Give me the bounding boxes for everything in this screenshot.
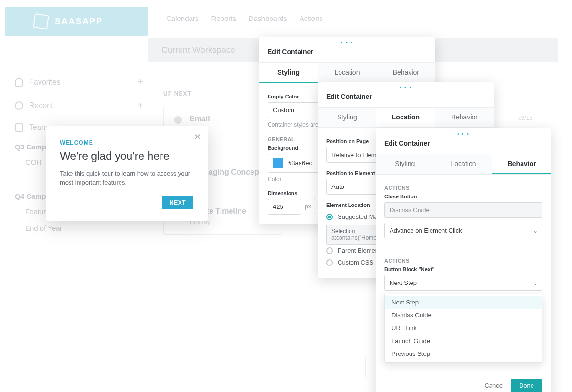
logo-text: SAASAPP xyxy=(55,17,103,27)
sidebar-recent[interactable]: Recent + xyxy=(15,94,143,117)
radio-label: Parent Element xyxy=(338,247,381,254)
button-block-label: Button Block "Next" xyxy=(384,266,542,272)
sidebar-favorites[interactable]: Favorites + xyxy=(15,70,143,94)
radio-icon xyxy=(326,259,333,266)
dropdown-item[interactable]: Next Step xyxy=(385,296,542,309)
background-value: #3aa6ec xyxy=(288,159,312,167)
nav-reports[interactable]: Reports xyxy=(211,14,236,22)
drag-handle-icon[interactable]: • • • xyxy=(318,82,494,91)
radio-icon xyxy=(326,214,333,220)
sidebar-team-label: Team xyxy=(29,123,48,132)
plus-icon[interactable]: + xyxy=(138,100,143,111)
card-date: 06/15 xyxy=(518,115,532,121)
nav-actions[interactable]: Actions xyxy=(300,14,323,22)
dropdown-item[interactable]: Previous Step xyxy=(385,347,542,360)
team-icon xyxy=(15,123,23,132)
welcome-body: Take this quick tour to learn how to acc… xyxy=(60,169,193,187)
clock-icon xyxy=(15,101,23,110)
edit-container-panel-behavior: • • • Edit Container Styling Location Be… xyxy=(376,128,551,392)
section-actions: ACTIONS xyxy=(384,258,542,264)
close-button-label: Close Button xyxy=(384,194,542,199)
tab-styling[interactable]: Styling xyxy=(376,154,434,174)
section-actions: ACTIONS xyxy=(384,185,542,191)
sidebar-recent-label: Recent xyxy=(29,101,53,110)
panel-title: Edit Container xyxy=(318,91,494,107)
width-input[interactable] xyxy=(268,199,301,215)
close-button-value[interactable] xyxy=(384,202,542,218)
status-dot-icon xyxy=(174,116,182,124)
sidebar-favorites-label: Favorites xyxy=(29,78,60,87)
tab-styling[interactable]: Styling xyxy=(318,108,376,127)
done-button[interactable]: Done xyxy=(511,379,542,392)
panel-title: Edit Container xyxy=(259,46,435,62)
heart-icon xyxy=(15,78,23,87)
radio-icon xyxy=(326,247,333,254)
drag-handle-icon[interactable]: • • • xyxy=(376,128,551,137)
next-button[interactable]: NEXT xyxy=(162,196,193,209)
tab-styling[interactable]: Styling xyxy=(259,63,318,83)
tab-location[interactable]: Location xyxy=(434,154,493,174)
tab-behavior[interactable]: Behavior xyxy=(377,63,435,83)
tab-location[interactable]: Location xyxy=(318,63,376,83)
welcome-eyebrow: WELCOME xyxy=(60,139,193,146)
dropdown-item[interactable]: Dismiss Guide xyxy=(385,309,542,322)
dropdown-item[interactable]: Launch Guide xyxy=(385,334,542,347)
logo-bar: SAASAPP xyxy=(5,7,148,36)
logo-icon xyxy=(33,13,49,29)
advance-select[interactable] xyxy=(384,223,542,238)
nav-calendars[interactable]: Calendars xyxy=(166,14,199,22)
workspace-label: Current Workspace xyxy=(161,45,235,55)
action-dropdown: Next Step Dismiss Guide URL Link Launch … xyxy=(384,294,542,363)
tab-location[interactable]: Location xyxy=(376,108,435,127)
dropdown-item[interactable]: URL Link xyxy=(385,322,542,334)
top-nav: Calendars Reports Dashboards Actions xyxy=(166,14,323,22)
radio-label: Custom CSS xyxy=(338,259,373,266)
welcome-tooltip: ✕ WELCOME We're glad you're here Take th… xyxy=(46,126,208,221)
plus-icon[interactable]: + xyxy=(138,77,143,88)
close-icon[interactable]: ✕ xyxy=(194,132,201,142)
tab-behavior[interactable]: Behavior xyxy=(435,108,494,127)
sidebar-item[interactable]: End of Year xyxy=(15,220,143,236)
cancel-button[interactable]: Cancel xyxy=(484,382,503,389)
tab-behavior[interactable]: Behavior xyxy=(492,154,551,174)
panel-title: Edit Container xyxy=(376,137,551,154)
button-block-select[interactable] xyxy=(384,275,542,291)
color-swatch-icon[interactable] xyxy=(273,158,283,168)
nav-dashboards[interactable]: Dashboards xyxy=(249,14,287,22)
drag-handle-icon[interactable]: • • • xyxy=(259,37,435,46)
unit-label: px xyxy=(301,199,315,214)
welcome-title: We're glad you're here xyxy=(60,150,193,163)
